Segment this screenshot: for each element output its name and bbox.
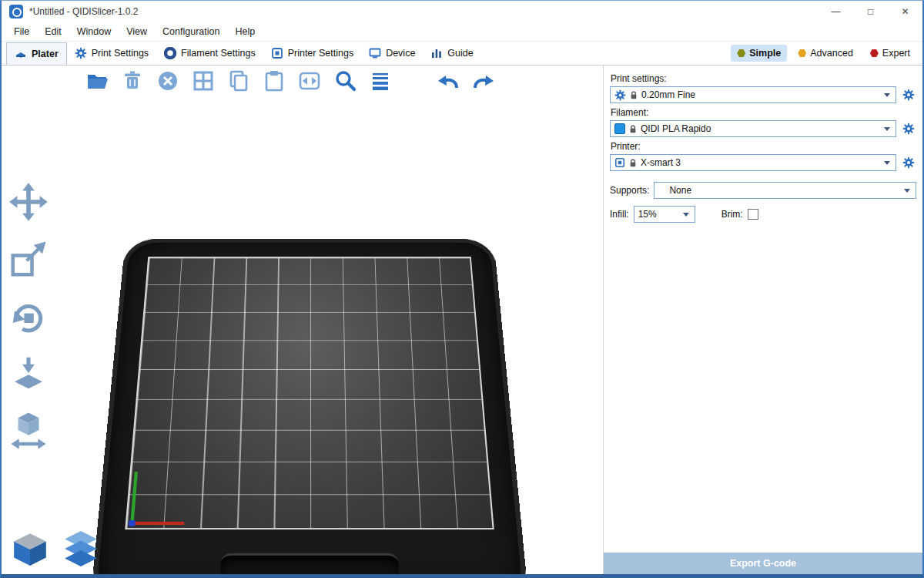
window-title: *Untitled - QIDISlicer-1.0.2 (29, 6, 138, 17)
axis-z-indicator (129, 520, 136, 526)
guide-bars-icon (430, 47, 443, 59)
filament-combo[interactable]: QIDI PLA Rapido (610, 120, 896, 137)
menu-edit[interactable]: Edit (37, 26, 69, 37)
tab-filament-settings[interactable]: Filament Settings (156, 42, 263, 65)
axis-x-indicator (130, 522, 184, 525)
chevron-down-icon (884, 93, 890, 97)
print-settings-gear-icon (75, 47, 87, 59)
filament-edit-button[interactable] (901, 121, 916, 136)
tab-plater[interactable]: Plater (6, 42, 67, 65)
mode-expert-label: Expert (882, 48, 910, 59)
menu-window[interactable]: Window (69, 26, 119, 37)
tab-device[interactable]: Device (361, 42, 423, 65)
printer-base (90, 239, 529, 574)
copy-icon[interactable] (226, 69, 251, 93)
mode-advanced[interactable]: Advanced (792, 45, 859, 62)
variable-layer-height-icon[interactable] (368, 69, 393, 93)
chevron-down-icon (683, 213, 689, 217)
brim-label: Brim: (721, 209, 743, 220)
printer-label: Printer: (611, 141, 916, 152)
device-monitor-icon (369, 47, 381, 59)
menu-help[interactable]: Help (227, 26, 263, 37)
printer-combo[interactable]: X-smart 3 (610, 154, 896, 171)
minimize-button[interactable]: — (819, 1, 853, 22)
chevron-down-icon (904, 189, 910, 193)
tab-device-label: Device (386, 48, 415, 59)
app-window: *Untitled - QIDISlicer-1.0.2 — □ ✕ File … (0, 0, 924, 578)
maximize-button[interactable]: □ (853, 1, 888, 22)
filament-spool-icon (164, 47, 176, 59)
advanced-mode-icon (798, 49, 806, 58)
menu-bar: File Edit Window View Configuration Help (2, 22, 922, 42)
simple-mode-icon (737, 49, 745, 58)
tab-guide-label: Guide (447, 48, 473, 59)
filament-value: QIDI PLA Rapido (641, 123, 880, 134)
mode-simple[interactable]: Simple (731, 45, 787, 62)
3d-editor-view-icon[interactable] (11, 529, 49, 568)
chevron-down-icon (884, 127, 890, 131)
menu-file[interactable]: File (6, 26, 37, 37)
mode-simple-label: Simple (749, 48, 781, 59)
delete-all-icon[interactable] (156, 69, 180, 93)
paste-icon[interactable] (262, 69, 286, 93)
menu-configuration[interactable]: Configuration (155, 26, 227, 37)
lock-icon (629, 158, 637, 168)
print-settings-edit-button[interactable] (901, 87, 916, 102)
title-bar: *Untitled - QIDISlicer-1.0.2 — □ ✕ (2, 1, 922, 22)
move-icon[interactable] (8, 181, 49, 223)
scale-icon[interactable] (8, 238, 49, 280)
mode-expert[interactable]: Expert (864, 45, 916, 62)
printer-icon (614, 157, 625, 168)
brim-checkbox[interactable] (748, 209, 758, 220)
expert-mode-icon (870, 49, 879, 58)
menu-view[interactable]: View (119, 26, 155, 37)
place-on-face-icon[interactable] (8, 352, 49, 394)
print-settings-combo[interactable]: 0.20mm Fine (610, 86, 896, 103)
gear-icon (902, 156, 915, 169)
tab-print-settings-label: Print Settings (92, 48, 149, 59)
gear-icon (902, 89, 915, 101)
export-gcode-button[interactable]: Export G-code (604, 553, 922, 574)
view-mode-buttons (11, 529, 100, 568)
chevron-down-icon (884, 161, 890, 165)
settings-sidebar: Print settings: (603, 66, 922, 574)
delete-icon[interactable] (120, 69, 145, 93)
plater-toolbar (85, 69, 496, 93)
search-icon[interactable] (333, 69, 357, 93)
mode-switcher: Simple Advanced Expert (731, 45, 918, 62)
rotate-icon[interactable] (8, 295, 49, 337)
infill-combo[interactable]: 15% (634, 206, 695, 223)
app-logo-icon (9, 5, 23, 18)
tab-filament-settings-label: Filament Settings (181, 48, 256, 59)
gizmo-toolbar (8, 181, 49, 451)
print-settings-label: Print settings: (611, 73, 916, 84)
preview-sliced-view-icon[interactable] (62, 529, 100, 568)
viewport-3d[interactable] (2, 66, 603, 574)
infill-value: 15% (638, 209, 679, 220)
supports-combo[interactable]: None (654, 182, 916, 199)
tab-printer-settings-label: Printer Settings (288, 48, 353, 59)
redo-icon[interactable] (471, 69, 496, 93)
supports-label: Supports: (610, 185, 649, 196)
tab-print-settings[interactable]: Print Settings (67, 42, 156, 65)
filament-label: Filament: (611, 107, 916, 118)
mode-advanced-label: Advanced (810, 48, 853, 59)
split-objects-icon[interactable] (297, 69, 322, 93)
plater-icon (15, 48, 27, 60)
tab-guide[interactable]: Guide (423, 42, 480, 65)
print-bed-grid (125, 257, 494, 529)
tab-printer-settings[interactable]: Printer Settings (263, 42, 361, 65)
printer-edit-button[interactable] (901, 155, 916, 170)
printer-value: X-smart 3 (641, 157, 880, 168)
close-button[interactable]: ✕ (888, 1, 922, 22)
window-controls: — □ ✕ (819, 1, 922, 22)
printer-settings-icon (271, 47, 283, 59)
axis-y-indicator (130, 472, 137, 522)
measure-icon[interactable] (8, 409, 49, 451)
arrange-icon[interactable] (191, 69, 216, 93)
open-file-icon[interactable] (85, 69, 109, 93)
printer-handle (219, 553, 400, 574)
undo-icon[interactable] (436, 69, 460, 93)
gear-icon (614, 89, 626, 101)
infill-label: Infill: (610, 209, 629, 220)
